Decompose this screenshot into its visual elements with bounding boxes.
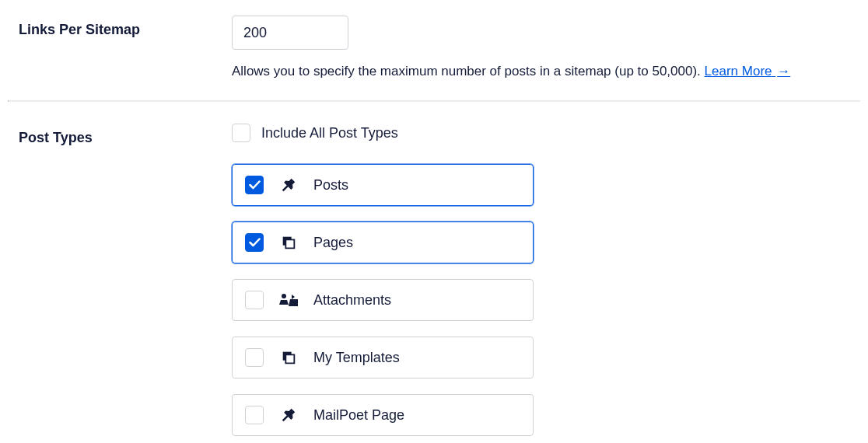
post-type-label: MailPoet Page — [313, 407, 404, 424]
post-types-section: Post Types Include All Post Types PostsP… — [8, 102, 860, 443]
pin-icon — [278, 406, 299, 424]
include-all-label: Include All Post Types — [261, 125, 398, 141]
learn-more-link[interactable]: Learn More → — [705, 64, 791, 78]
links-per-sitemap-section: Links Per Sitemap Allows you to specify … — [8, 0, 860, 100]
post-type-label: My Templates — [313, 350, 400, 366]
post-type-card-my-templates[interactable]: My Templates — [232, 337, 534, 378]
pin-icon — [278, 176, 299, 194]
post-type-card-posts[interactable]: Posts — [232, 164, 534, 206]
post-type-card-pages[interactable]: Pages — [232, 222, 534, 263]
include-all-post-types-row[interactable]: Include All Post Types — [232, 124, 849, 142]
stack-icon — [278, 349, 299, 366]
post-type-card-attachments[interactable]: Attachments — [232, 279, 534, 321]
post-type-checkbox[interactable] — [245, 406, 264, 424]
stack-icon — [278, 234, 299, 251]
post-type-checkbox[interactable] — [245, 348, 264, 367]
links-per-sitemap-input[interactable] — [232, 16, 348, 50]
include-all-checkbox[interactable] — [232, 124, 250, 142]
media-icon — [278, 291, 299, 309]
post-types-grid: PostsPagesAttachmentsMy TemplatesMailPoe… — [232, 164, 849, 436]
post-type-label: Posts — [313, 177, 348, 194]
post-type-label: Pages — [313, 235, 353, 251]
arrow-right-icon: → — [777, 64, 790, 78]
post-types-label: Post Types — [19, 124, 232, 443]
post-type-card-mailpoet-page[interactable]: MailPoet Page — [232, 394, 534, 436]
post-type-checkbox[interactable] — [245, 291, 264, 309]
post-type-label: Attachments — [313, 292, 391, 309]
post-type-checkbox[interactable] — [245, 176, 264, 194]
help-text-content: Allows you to specify the maximum number… — [232, 64, 701, 78]
links-per-sitemap-label: Links Per Sitemap — [19, 16, 232, 82]
links-per-sitemap-help: Allows you to specify the maximum number… — [232, 61, 849, 82]
post-type-checkbox[interactable] — [245, 233, 264, 252]
